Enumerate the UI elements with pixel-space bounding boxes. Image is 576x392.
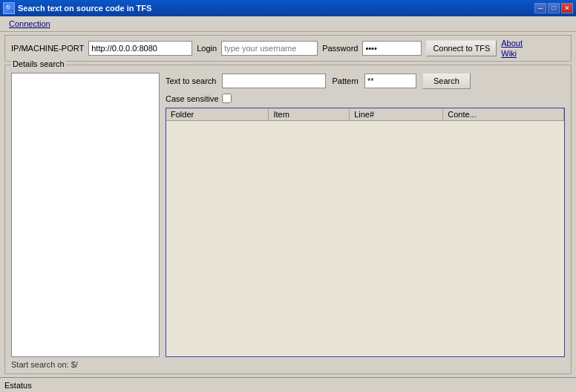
wiki-link[interactable]: Wiki (501, 49, 517, 58)
window-body: Connection IP/MACHINE-PORT Login Passwor… (0, 16, 576, 392)
right-panel: Text to search Pattern Search Case sensi… (166, 73, 565, 357)
connect-button[interactable]: Connect to TFS (426, 40, 497, 56)
col-item: Item (269, 108, 350, 121)
status-bar: Estatus (0, 377, 576, 392)
ip-label: IP/MACHINE-PORT (11, 44, 84, 53)
details-content: Text to search Pattern Search Case sensi… (11, 73, 565, 357)
tree-panel[interactable] (11, 73, 160, 357)
col-folder: Folder (166, 108, 269, 121)
pattern-label: Pattern (332, 76, 358, 85)
search-button[interactable]: Search (422, 73, 471, 89)
minimize-button[interactable]: ─ (534, 3, 546, 13)
details-title: Details search (11, 59, 66, 68)
menu-connection[interactable]: Connection (4, 18, 55, 30)
pattern-input[interactable] (364, 74, 416, 88)
title-bar: 🔍 Search text on source code in TFS ─ □ … (0, 0, 576, 16)
text-to-search-input[interactable] (222, 74, 326, 88)
menu-bar: Connection (0, 16, 576, 32)
case-sensitive-label: Case sensitive (166, 94, 219, 103)
text-to-search-label: Text to search (166, 76, 216, 85)
ip-input[interactable] (88, 41, 192, 56)
login-input[interactable] (221, 41, 318, 56)
start-search-label: Start search on: $/ (11, 357, 565, 369)
connection-group: IP/MACHINE-PORT Login Password Connect t… (4, 35, 572, 62)
connection-row: IP/MACHINE-PORT Login Password Connect t… (11, 39, 565, 58)
app-icon: 🔍 (3, 2, 15, 14)
col-line: Line# (350, 108, 443, 121)
window-title: Search text on source code in TFS (18, 4, 534, 13)
details-group: Details search Text to search Pattern Se… (4, 65, 572, 374)
about-link[interactable]: About (501, 39, 523, 48)
search-controls-row: Text to search Pattern Search (166, 73, 565, 89)
case-sensitive-checkbox[interactable] (222, 94, 232, 103)
password-label: Password (322, 44, 358, 53)
status-text: Estatus (4, 381, 572, 390)
col-content: Conte... (443, 108, 564, 121)
results-table: Folder Item Line# Conte... (166, 108, 564, 121)
login-label: Login (197, 44, 217, 53)
password-input[interactable] (362, 41, 422, 56)
case-sensitive-row: Case sensitive (166, 94, 565, 103)
results-table-container[interactable]: Folder Item Line# Conte... (166, 108, 565, 357)
window-controls: ─ □ ✕ (534, 3, 573, 13)
maximize-button[interactable]: □ (548, 3, 560, 13)
table-header: Folder Item Line# Conte... (166, 108, 564, 121)
close-button[interactable]: ✕ (561, 3, 573, 13)
